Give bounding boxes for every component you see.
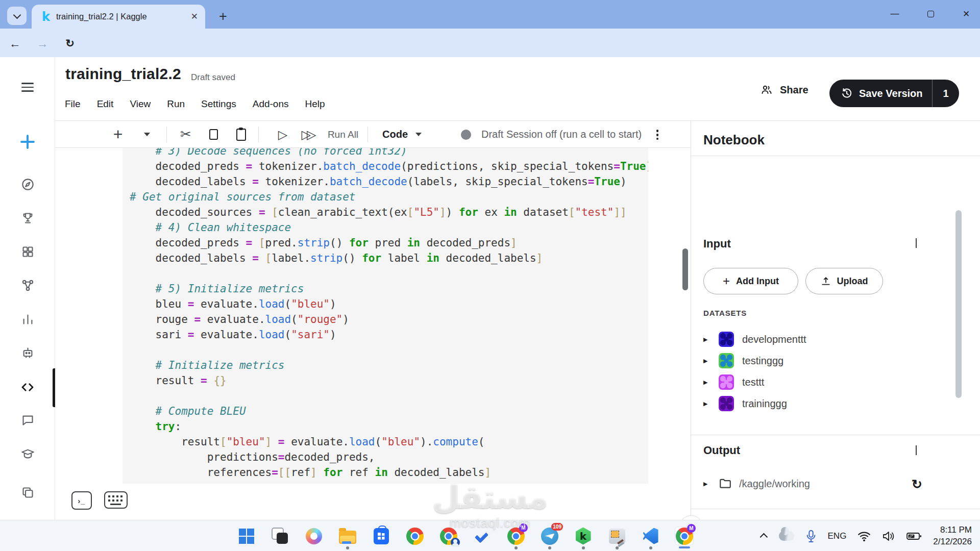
code-line[interactable]: result["bleu"] = evaluate.load("bleu").c… <box>130 434 648 449</box>
refresh-output-icon[interactable]: ↻ <box>912 477 922 492</box>
code-line[interactable] <box>130 342 648 358</box>
language-indicator[interactable]: ENG <box>828 531 847 541</box>
file-explorer-button[interactable] <box>338 527 357 545</box>
code-line[interactable] <box>130 388 648 404</box>
code-line[interactable]: # Compute BLEU <box>130 404 648 419</box>
snipping-tool-button[interactable] <box>607 527 626 545</box>
caret-right-icon[interactable]: ▶ <box>703 400 719 407</box>
task-view-button[interactable] <box>271 527 289 545</box>
sidebar-item-learn[interactable] <box>0 447 55 461</box>
code-line[interactable]: # 5) Initialize metrics <box>130 281 648 296</box>
menu-item-edit[interactable]: Edit <box>95 96 116 112</box>
sidebar-item-code[interactable] <box>0 380 55 395</box>
menu-item-help[interactable]: Help <box>303 96 327 112</box>
window-maximize-button[interactable] <box>919 0 942 28</box>
onedrive-cloud-icon[interactable] <box>779 531 794 541</box>
code-line[interactable]: decoded_preds = tokenizer.batch_decode(p… <box>130 159 648 174</box>
clock[interactable]: 8:11 PM 2/12/2026 <box>933 524 972 548</box>
code-line[interactable]: # Get original sources from dataset <box>130 189 648 205</box>
caret-right-icon[interactable]: ▶ <box>703 481 719 487</box>
code-line[interactable]: decoded_labels = [label.strip() for labe… <box>130 251 648 266</box>
add-cell-button[interactable]: + <box>106 121 130 148</box>
dataset-row-testinggg[interactable]: ▶testinggg <box>703 350 783 371</box>
code-line[interactable]: decoded_sources = [clean_arabic_text(ex[… <box>130 205 648 220</box>
sidebar-item-explore[interactable] <box>0 178 55 191</box>
menu-item-settings[interactable]: Settings <box>199 96 238 112</box>
toolbar-kebab-icon[interactable] <box>655 128 659 142</box>
window-minimize-button[interactable]: — <box>884 0 906 28</box>
speaker-icon[interactable] <box>882 531 895 542</box>
code-line[interactable] <box>130 266 648 281</box>
code-line[interactable]: # 4) Clean whitespace <box>130 220 648 235</box>
forward-button[interactable]: → <box>34 35 51 52</box>
run-all-label[interactable]: Run All <box>325 121 361 148</box>
dataset-row-testtt[interactable]: ▶testtt <box>703 371 764 393</box>
kaggle-app-button[interactable]: k <box>574 527 593 545</box>
copilot-button[interactable] <box>304 527 323 545</box>
chrome-button[interactable] <box>405 527 424 545</box>
copy-cell-button[interactable] <box>203 121 224 148</box>
window-close-button[interactable]: ✕ <box>955 0 977 28</box>
wifi-icon[interactable] <box>857 531 871 542</box>
keyboard-shortcuts-button[interactable] <box>104 491 128 509</box>
add-cell-dropdown[interactable] <box>140 121 154 148</box>
code-line[interactable]: decoded_preds = [pred.strip() for pred i… <box>130 235 648 251</box>
output-collapse-button[interactable] <box>916 446 917 456</box>
save-version-button[interactable]: Save Version 1 <box>829 80 959 107</box>
code-line[interactable]: bleu = evaluate.load("bleu") <box>130 296 648 312</box>
console-button[interactable]: ›_ <box>71 491 92 510</box>
notebook-title[interactable]: training_trial2.2 <box>65 65 181 83</box>
hidden-icons-chevron[interactable] <box>760 533 768 541</box>
menu-item-file[interactable]: File <box>63 96 83 112</box>
sidebar-item-benchmarks[interactable] <box>0 312 55 326</box>
caret-right-icon[interactable]: ▶ <box>703 336 719 343</box>
microphone-icon[interactable] <box>805 529 817 543</box>
code-line[interactable]: decoded_labels = tokenizer.batch_decode(… <box>130 174 648 189</box>
sidebar-item-packages[interactable] <box>0 346 55 360</box>
dataset-row-developmenttt[interactable]: ▶developmenttt <box>703 329 806 350</box>
todo-app-button[interactable] <box>473 527 492 545</box>
chrome-m-profile-button[interactable]: M <box>506 527 525 545</box>
caret-right-icon[interactable]: ▶ <box>703 379 719 386</box>
telegram-button[interactable]: 109 <box>540 527 559 545</box>
code-line[interactable]: sari = evaluate.load("sari") <box>130 327 648 342</box>
sidebar-item-organizations[interactable] <box>0 486 55 499</box>
code-line[interactable]: result = {} <box>130 373 648 388</box>
back-button[interactable]: ← <box>6 35 23 52</box>
hamburger-menu-button[interactable] <box>0 83 55 92</box>
share-button[interactable]: Share <box>761 84 808 96</box>
panel-scrollbar[interactable] <box>955 210 962 398</box>
menu-item-run[interactable]: Run <box>165 96 187 112</box>
menu-item-add-ons[interactable]: Add-ons <box>251 96 291 112</box>
add-input-button[interactable]: + Add Input <box>703 268 798 294</box>
run-all-icon[interactable]: ▷▷ <box>295 121 323 148</box>
code-cell[interactable]: # 3) Decode sequences (no forced int32) … <box>122 148 648 484</box>
cut-cell-button[interactable]: ✂ <box>176 121 196 148</box>
chrome-active-button[interactable]: M <box>675 527 694 545</box>
dataset-row-traininggg[interactable]: ▶traininggg <box>703 393 787 414</box>
code-line[interactable]: # Initialize metrics <box>130 358 648 373</box>
cell-type-dropdown[interactable]: Code <box>379 121 411 148</box>
code-line[interactable]: predictions=decoded_preds, <box>130 449 648 465</box>
new-tab-button[interactable]: + <box>214 8 232 24</box>
menu-item-view[interactable]: View <box>128 96 153 112</box>
code-line[interactable]: references=[[ref] for ref in decoded_lab… <box>130 465 648 480</box>
caret-right-icon[interactable]: ▶ <box>703 358 719 364</box>
reload-button[interactable]: ↻ <box>61 35 79 52</box>
create-button[interactable] <box>0 133 55 151</box>
paste-cell-button[interactable] <box>231 121 251 148</box>
microsoft-store-button[interactable] <box>372 527 390 545</box>
vscode-button[interactable] <box>641 527 660 545</box>
code-content[interactable]: # 3) Decode sequences (no forced int32) … <box>122 148 648 480</box>
sidebar-item-discussions[interactable] <box>0 413 55 427</box>
cell-type-caret[interactable] <box>412 121 425 148</box>
start-button[interactable] <box>237 527 256 545</box>
battery-icon[interactable] <box>906 531 922 541</box>
sidebar-item-models[interactable] <box>0 279 55 292</box>
chrome-profile-button[interactable] <box>439 527 458 545</box>
code-line[interactable]: # 3) Decode sequences (no forced int32) <box>130 148 648 159</box>
save-version-count[interactable]: 1 <box>933 88 959 99</box>
code-line[interactable]: rouge = evaluate.load("rouge") <box>130 312 648 327</box>
tab-search-button[interactable] <box>7 7 27 25</box>
output-working-row[interactable]: ▶ /kaggle/working <box>703 473 810 494</box>
